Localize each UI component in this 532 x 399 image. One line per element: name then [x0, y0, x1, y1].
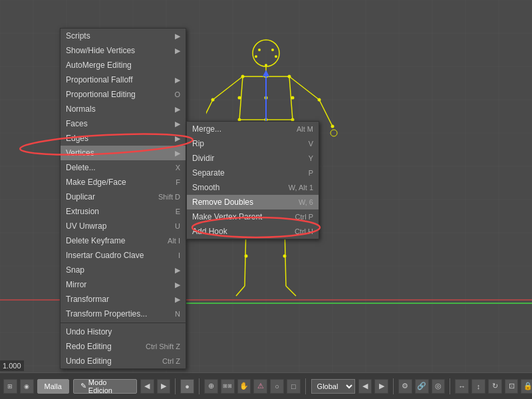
svg-point-47 — [318, 98, 321, 102]
arrow-icon: ▶ — [175, 47, 180, 55]
separator-3 — [305, 378, 306, 394]
menu-item-delete-keyframe[interactable]: Delete Keyframe Alt I — [61, 233, 186, 248]
cursor-icon-btn[interactable]: ⊕ — [204, 379, 218, 394]
menu-item-faces[interactable]: Faces ▶ — [61, 116, 186, 131]
menu-item-make-edge-face[interactable]: Make Edge/Face F — [61, 175, 186, 190]
arrow-icon: ▶ — [175, 281, 180, 289]
menu-item-extrusion[interactable]: Extrusion E — [61, 204, 186, 219]
svg-point-31 — [271, 49, 274, 51]
main-context-menu: Scripts ▶ Show/Hide Vertices ▶ AutoMerge… — [60, 28, 186, 369]
mode-prev-btn[interactable]: ◀ — [140, 379, 154, 394]
menu-item-show-hide[interactable]: Show/Hide Vertices ▶ — [61, 43, 186, 58]
submenu-item-rip[interactable]: Rip V — [187, 136, 319, 151]
svg-point-33 — [275, 55, 277, 58]
menu-item-vertices[interactable]: Vertices ▶ — [61, 146, 186, 160]
svg-point-45 — [211, 98, 215, 102]
arrow-icon: ▶ — [175, 120, 180, 128]
tab-modo-edicion[interactable]: ✎ Modo Edicion — [73, 379, 137, 394]
render-icon-btn[interactable]: ◉ — [20, 379, 34, 394]
svg-point-53 — [288, 75, 291, 78]
menu-separator — [61, 323, 186, 323]
svg-point-29 — [253, 40, 279, 66]
svg-point-34 — [265, 64, 267, 66]
transform-icon-4[interactable]: ⊡ — [505, 379, 519, 394]
svg-line-41 — [213, 76, 243, 100]
menu-item-edges[interactable]: Edges ▶ — [61, 131, 186, 146]
sphere-icon-btn[interactable]: ● — [180, 379, 194, 394]
separator-4 — [393, 378, 394, 394]
menu-item-delete[interactable]: Delete... X — [61, 160, 186, 175]
submenu-item-add-hook[interactable]: Add Hook Ctrl H — [187, 224, 319, 239]
transform-icon-1[interactable]: ↔ — [455, 379, 469, 394]
view-icon-btn[interactable]: ⊞ — [3, 379, 17, 394]
menu-item-proportional-falloff[interactable]: Proportional Falloff ▶ — [61, 72, 186, 87]
hand-icon-btn[interactable]: ✋ — [237, 379, 251, 394]
settings-icon-btn[interactable]: ⚙ — [398, 379, 412, 394]
svg-marker-76 — [263, 70, 269, 76]
arrow-icon: ▶ — [175, 32, 180, 41]
submenu-item-smooth[interactable]: Smooth W, Alt 1 — [187, 180, 319, 195]
menu-item-transformar[interactable]: Transformar ▶ — [61, 292, 186, 307]
grid-icon-btn[interactable]: ⊞⊞ — [221, 379, 235, 394]
svg-point-48 — [331, 125, 334, 128]
circle-icon-btn[interactable]: ○ — [270, 379, 284, 394]
svg-point-32 — [255, 55, 257, 58]
submenu-item-dividir[interactable]: Dividir Y — [187, 151, 319, 166]
warning-icon-btn[interactable]: ⚠ — [253, 379, 267, 394]
prop-icon-btn[interactable]: ◎ — [432, 379, 446, 394]
lock-icon-btn[interactable]: 🔒 — [521, 379, 532, 394]
svg-point-51 — [241, 75, 245, 78]
vertices-submenu: Merge... Alt M Rip V Dividir Y Separate … — [186, 121, 319, 239]
menu-item-normals[interactable]: Normals ▶ — [61, 102, 186, 116]
svg-point-71 — [245, 255, 248, 258]
tab-icon: ✎ — [80, 382, 86, 390]
bottom-bar: ⊞ ◉ Malla ✎ Modo Edicion ◀ ▶ ● ⊕ ⊞⊞ ✋ ⚠ … — [0, 372, 532, 399]
menu-item-proportional-editing[interactable]: Proportional Editing O — [61, 87, 186, 102]
menu-item-uv-unwrap[interactable]: UV Unwrap U — [61, 219, 186, 233]
svg-point-54 — [238, 96, 241, 100]
menu-item-automerge[interactable]: AutoMerge Editing — [61, 58, 186, 72]
global-next-btn[interactable]: ▶ — [374, 379, 388, 394]
submenu-item-separate[interactable]: Separate P — [187, 166, 319, 180]
svg-point-72 — [283, 255, 287, 258]
submenu-item-make-vertex-parent[interactable]: Make Vertex Parent Ctrl P — [187, 209, 319, 224]
green-axis-line — [186, 303, 532, 304]
menu-item-transform-properties[interactable]: Transform Properties... N — [61, 307, 186, 321]
transform-icon-2[interactable]: ↕ — [471, 379, 485, 394]
coord-display: 1.000 — [0, 360, 24, 371]
svg-line-43 — [289, 76, 319, 100]
menu-item-insertar[interactable]: Insertar Cuadro Clave I — [61, 248, 186, 263]
menu-item-duplicar[interactable]: Duplicar Shift D — [61, 190, 186, 204]
separator-1 — [175, 378, 176, 394]
separator-5 — [450, 378, 450, 394]
svg-point-30 — [258, 49, 261, 51]
mode-next-btn[interactable]: ▶ — [157, 379, 171, 394]
global-prev-btn[interactable]: ◀ — [358, 379, 372, 394]
svg-line-44 — [319, 100, 332, 126]
arrow-icon: ▶ — [175, 149, 180, 158]
menu-item-scripts[interactable]: Scripts ▶ — [61, 29, 186, 43]
arrow-icon: ▶ — [175, 295, 180, 304]
arrow-icon: ▶ — [175, 134, 180, 143]
svg-point-56 — [291, 96, 295, 100]
arrow-icon: ▶ — [175, 76, 180, 84]
submenu-item-remove-doubles[interactable]: Remove Doubles W, 6 — [187, 195, 319, 209]
submenu-item-merge[interactable]: Merge... Alt M — [187, 122, 319, 136]
magnet-icon-btn[interactable]: 🔗 — [415, 379, 429, 394]
arrow-icon: ▶ — [175, 266, 180, 275]
arrow-icon: ▶ — [175, 105, 180, 114]
global-dropdown[interactable]: Global Local Normal — [311, 379, 355, 394]
separator-2 — [199, 378, 200, 394]
menu-item-undo-history[interactable]: Undo History — [61, 325, 186, 339]
svg-line-73 — [236, 286, 245, 296]
menu-item-mirror[interactable]: Mirror ▶ — [61, 277, 186, 292]
tab-malla[interactable]: Malla — [37, 379, 69, 394]
transform-icon-3[interactable]: ↻ — [488, 379, 502, 394]
menu-item-redo-editing[interactable]: Redo Editing Ctrl Shift Z — [61, 339, 186, 354]
svg-line-74 — [286, 286, 296, 296]
svg-point-50 — [331, 130, 337, 136]
square-icon-btn[interactable]: □ — [287, 379, 301, 394]
menu-item-snap[interactable]: Snap ▶ — [61, 263, 186, 277]
menu-item-undo-editing[interactable]: Undo Editing Ctrl Z — [61, 354, 186, 368]
